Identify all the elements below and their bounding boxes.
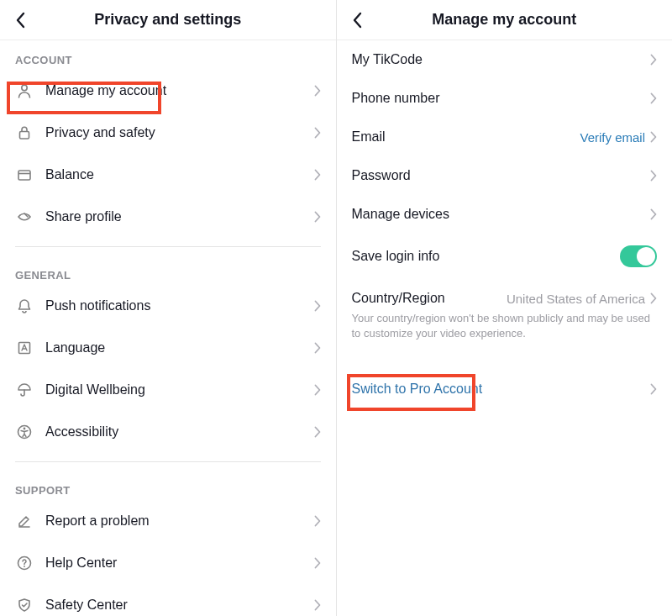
accessibility-icon bbox=[15, 423, 34, 441]
row-my-tikcode[interactable]: My TikCode bbox=[337, 40, 673, 79]
chevron-right-icon bbox=[650, 170, 657, 182]
row-manage-account[interactable]: Manage my account bbox=[0, 70, 336, 112]
chevron-right-icon bbox=[314, 515, 321, 527]
row-label: Manage devices bbox=[352, 207, 651, 222]
row-label: Language bbox=[45, 340, 314, 355]
chevron-right-icon bbox=[650, 54, 657, 66]
svg-point-0 bbox=[22, 85, 27, 90]
country-subtext: Your country/region won't be shown publi… bbox=[337, 311, 673, 350]
chevron-right-icon bbox=[314, 599, 321, 611]
divider bbox=[15, 461, 321, 462]
row-label: My TikCode bbox=[352, 52, 651, 67]
svg-point-7 bbox=[24, 566, 25, 567]
lock-icon bbox=[15, 124, 34, 142]
row-label: Push notifications bbox=[45, 298, 314, 313]
row-label: Help Center bbox=[45, 555, 314, 571]
row-safety-center[interactable]: Safety Center bbox=[0, 584, 336, 616]
back-button-left[interactable] bbox=[10, 0, 30, 39]
section-header-support: SUPPORT bbox=[0, 471, 336, 500]
page-title-left: Privacy and settings bbox=[94, 11, 241, 29]
row-digital-wellbeing[interactable]: Digital Wellbeing bbox=[0, 369, 336, 411]
row-switch-pro-account[interactable]: Switch to Pro Account bbox=[337, 370, 673, 408]
chevron-right-icon bbox=[314, 211, 321, 223]
toggle-knob bbox=[637, 247, 655, 266]
chevron-right-icon bbox=[314, 169, 321, 181]
chevron-right-icon bbox=[314, 85, 321, 97]
row-manage-devices[interactable]: Manage devices bbox=[337, 195, 673, 234]
row-email[interactable]: Email Verify email bbox=[337, 118, 673, 156]
row-save-login-info[interactable]: Save login info bbox=[337, 234, 673, 279]
chevron-right-icon bbox=[650, 292, 657, 304]
row-label: Safety Center bbox=[45, 598, 314, 613]
chevron-right-icon bbox=[314, 426, 321, 438]
chevron-right-icon bbox=[314, 300, 321, 312]
row-accessibility[interactable]: Accessibility bbox=[0, 411, 336, 453]
chevron-right-icon bbox=[314, 384, 321, 396]
pencil-icon bbox=[15, 512, 34, 530]
chevron-right-icon bbox=[314, 127, 321, 139]
row-label: Password bbox=[352, 168, 651, 183]
row-value-email: Verify email bbox=[580, 130, 645, 145]
manage-account-pane: Manage my account My TikCode Phone numbe… bbox=[336, 0, 673, 616]
bell-icon bbox=[15, 297, 34, 315]
row-label: Balance bbox=[45, 167, 314, 182]
chevron-left-icon bbox=[15, 12, 25, 29]
content-left: ACCOUNT Manage my account Privacy and sa… bbox=[0, 40, 336, 616]
help-icon bbox=[15, 554, 34, 572]
umbrella-icon bbox=[15, 381, 34, 399]
page-title-right: Manage my account bbox=[432, 11, 576, 29]
row-password[interactable]: Password bbox=[337, 156, 673, 195]
row-label: Manage my account bbox=[45, 83, 314, 98]
svg-rect-2 bbox=[18, 171, 30, 180]
language-icon bbox=[15, 339, 34, 357]
content-right: My TikCode Phone number Email Verify ema… bbox=[337, 40, 673, 616]
row-push-notifications[interactable]: Push notifications bbox=[0, 285, 336, 327]
row-label: Digital Wellbeing bbox=[45, 382, 314, 398]
row-country-region[interactable]: Country/Region United States of America bbox=[337, 279, 673, 311]
row-label: Email bbox=[352, 129, 580, 145]
divider bbox=[15, 246, 321, 247]
row-privacy-safety[interactable]: Privacy and safety bbox=[0, 112, 336, 154]
svg-point-5 bbox=[24, 428, 26, 430]
row-label: Accessibility bbox=[45, 424, 314, 440]
row-language[interactable]: Language bbox=[0, 327, 336, 369]
row-value-country: United States of America bbox=[507, 292, 645, 306]
row-help-center[interactable]: Help Center bbox=[0, 542, 336, 584]
chevron-right-icon bbox=[650, 131, 657, 143]
chevron-right-icon bbox=[650, 208, 657, 220]
chevron-right-icon bbox=[314, 557, 321, 569]
row-phone-number[interactable]: Phone number bbox=[337, 79, 673, 118]
toggle-save-login[interactable] bbox=[620, 245, 657, 267]
row-label: Switch to Pro Account bbox=[352, 382, 651, 397]
row-label: Save login info bbox=[352, 249, 621, 264]
back-button-right[interactable] bbox=[347, 0, 367, 39]
topbar-left: Privacy and settings bbox=[0, 0, 336, 40]
row-share-profile[interactable]: Share profile bbox=[0, 196, 336, 238]
section-header-general: GENERAL bbox=[0, 255, 336, 285]
row-balance[interactable]: Balance bbox=[0, 154, 336, 196]
chevron-left-icon bbox=[352, 12, 362, 29]
privacy-settings-pane: Privacy and settings ACCOUNT Manage my a… bbox=[0, 0, 336, 616]
chevron-right-icon bbox=[650, 383, 657, 395]
person-icon bbox=[15, 82, 34, 100]
row-label: Share profile bbox=[45, 209, 314, 224]
svg-rect-1 bbox=[20, 132, 29, 140]
wallet-icon bbox=[15, 166, 34, 184]
chevron-right-icon bbox=[650, 92, 657, 104]
row-label: Phone number bbox=[352, 91, 651, 106]
topbar-right: Manage my account bbox=[337, 0, 673, 40]
row-report-problem[interactable]: Report a problem bbox=[0, 500, 336, 542]
row-label: Report a problem bbox=[45, 513, 314, 529]
row-label: Country/Region bbox=[352, 291, 507, 306]
row-label: Privacy and safety bbox=[45, 125, 314, 140]
section-header-account: ACCOUNT bbox=[0, 40, 336, 70]
share-icon bbox=[15, 208, 34, 226]
chevron-right-icon bbox=[314, 342, 321, 354]
shield-icon bbox=[15, 596, 34, 614]
